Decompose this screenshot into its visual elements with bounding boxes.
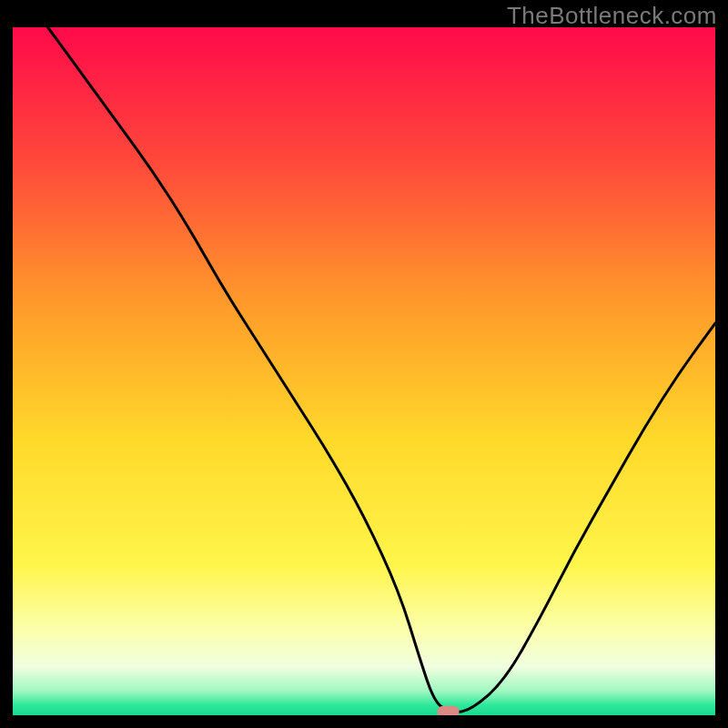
bottleneck-chart [13,27,715,715]
gradient-background [13,27,715,715]
watermark-text: TheBottleneck.com [507,2,717,30]
optimum-marker [438,706,460,715]
plot-frame [13,27,715,715]
chart-container: TheBottleneck.com [0,0,728,728]
